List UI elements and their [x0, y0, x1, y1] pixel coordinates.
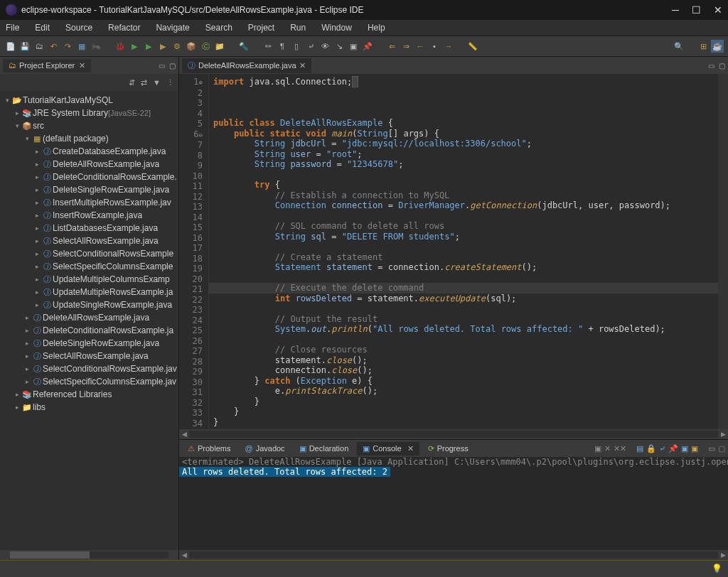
next-ann-icon[interactable]: ⇒ — [400, 40, 412, 53]
term-icon[interactable]: ▣ — [347, 40, 360, 53]
ruler-icon[interactable]: 📏 — [466, 40, 479, 53]
menu-project[interactable]: Project — [248, 23, 274, 33]
new-icon[interactable]: 📄 — [4, 40, 17, 53]
pin-icon[interactable]: 📌 — [668, 444, 678, 453]
menu-window[interactable]: Window — [321, 23, 352, 33]
collapse-all-icon[interactable]: ⇵ — [129, 78, 135, 87]
min-icon[interactable]: ▭ — [708, 444, 715, 453]
close-icon[interactable]: ✕ — [299, 61, 306, 70]
persp-java-icon[interactable]: ☕ — [711, 40, 724, 53]
menu-source[interactable]: Source — [65, 23, 92, 33]
close-button[interactable]: ✕ — [714, 4, 722, 16]
console-output[interactable]: <terminated> DeleteAllRowsExample [Java … — [179, 457, 728, 550]
extern-tools-icon[interactable]: ⚙ — [171, 40, 183, 53]
remove-icon[interactable]: ✕ — [604, 444, 611, 453]
tree-item[interactable]: ▸ⒿUpdateMultipleRowsExample.ja — [3, 286, 178, 298]
step-icon[interactable]: ↘ — [333, 40, 346, 53]
redo-icon[interactable]: ↷ — [61, 40, 74, 53]
tree-item[interactable]: ▸ⒿDeleteSingleRowExample.java — [3, 337, 178, 350]
pin-icon[interactable]: 📌 — [361, 40, 374, 53]
editor-hscroll[interactable]: ◀ ▶ — [179, 429, 728, 439]
tree-item[interactable]: ▸ⒿDeleteSingleRowExample.java — [3, 183, 178, 196]
overview-ruler[interactable] — [718, 74, 728, 429]
tree-item[interactable]: ▾📦src — [3, 119, 178, 132]
block-icon[interactable]: ▯ — [290, 40, 303, 53]
toggle-icon[interactable]: ▦ — [75, 40, 88, 53]
coverage-icon[interactable]: ▶ — [142, 40, 155, 53]
run-icon[interactable]: ▶ — [128, 40, 141, 53]
tree-item[interactable]: ▸ⒿInsertRowExample.java — [3, 209, 178, 222]
save-icon[interactable]: 💾 — [18, 40, 31, 53]
menu-run[interactable]: Run — [290, 23, 306, 33]
code-area[interactable]: import java.sql.Connection; public class… — [209, 74, 718, 429]
tree-item[interactable]: ▸ⒿUpdateSingleRowExample.java — [3, 298, 178, 311]
editor-body[interactable]: 1⊕23456⊖78910111213141516171819202122232… — [179, 74, 728, 429]
scroll-right-icon[interactable]: ▶ — [718, 431, 728, 438]
view-menu-icon[interactable]: ⋮ — [166, 78, 174, 87]
explorer-hscroll[interactable] — [0, 550, 178, 560]
wrap-icon[interactable]: ⤶ — [304, 40, 317, 53]
max-icon[interactable]: ▢ — [718, 444, 725, 453]
tree-item[interactable]: ▸ⒿSelectConditionalRowsExample.jav — [3, 362, 178, 375]
new-class-icon[interactable]: Ⓒ — [199, 40, 212, 53]
minimize-panel-icon[interactable]: ▭ — [159, 62, 165, 70]
scroll-right-icon[interactable]: ▶ — [718, 551, 728, 559]
menu-refactor[interactable]: Refactor — [108, 23, 140, 33]
tree-item[interactable]: ▸📚Referenced Libraries — [3, 388, 178, 401]
open-type-icon[interactable]: 📁 — [213, 40, 226, 53]
hide-icon[interactable]: 👁 — [318, 40, 331, 53]
tree-item[interactable]: ▸ⒿListDatabasesExample.java — [3, 222, 178, 234]
undo-icon[interactable]: ↶ — [47, 40, 60, 53]
project-explorer-tab[interactable]: 🗂 Project Explorer ✕ — [3, 59, 91, 72]
menu-help[interactable]: Help — [368, 23, 385, 33]
menu-search[interactable]: Search — [205, 23, 232, 33]
tree-item[interactable]: ▸ⒿSelectAllRowsExample.java — [3, 350, 178, 362]
tree-item[interactable]: ▸ⒿDeleteConditionalRowsExample.ja — [3, 324, 178, 337]
editor-tab-active[interactable]: Ⓙ DeleteAllRowsExample.java ✕ — [182, 58, 311, 73]
runlast-icon[interactable]: ▶ — [156, 40, 169, 53]
tab-console[interactable]: ▣Console✕ — [357, 442, 419, 455]
scroll-left-icon[interactable]: ◀ — [179, 551, 189, 559]
clear-icon[interactable]: ▤ — [636, 444, 643, 453]
maximize-button[interactable]: ☐ — [692, 4, 701, 16]
minimize-button[interactable]: ─ — [672, 4, 679, 16]
scroll-left-icon[interactable]: ◀ — [179, 431, 189, 438]
wrap-icon[interactable]: ⤶ — [659, 444, 665, 453]
tree-item[interactable]: ▸ⒿSelectSpecificColumnsExample — [3, 260, 178, 273]
tab-problems[interactable]: ⚠Problems — [182, 442, 236, 455]
tree-item[interactable]: ▾📂TutorialKartJavaMySQL — [3, 94, 178, 107]
tab-declaration[interactable]: ▣Declaration — [294, 442, 355, 455]
scroll-lock-icon[interactable]: 🔒 — [646, 444, 656, 453]
maximize-panel-icon[interactable]: ▢ — [169, 62, 176, 70]
tree-item[interactable]: ▸ⒿDeleteAllRowsExample.java — [3, 311, 178, 324]
mark-icon[interactable]: ✏ — [262, 40, 274, 53]
removeall-icon[interactable]: ✕✕ — [614, 444, 626, 453]
prev-ann-icon[interactable]: ⇐ — [385, 40, 398, 53]
menu-edit[interactable]: Edit — [35, 23, 50, 33]
fwd-icon[interactable]: → — [442, 40, 455, 53]
display-icon[interactable]: ▣ — [681, 444, 688, 453]
terminate-icon[interactable]: ▣ — [594, 444, 601, 453]
whitespace-icon[interactable]: ¶ — [276, 40, 289, 53]
tree-item[interactable]: ▸ⒿSelectSpecificColumnsExample.jav — [3, 375, 178, 388]
qsearch-icon[interactable]: 🔍 — [673, 40, 685, 53]
tree-item[interactable]: ▸📁libs — [3, 401, 178, 414]
tree-item[interactable]: ▸ⒿSelectConditionalRowsExample — [3, 247, 178, 260]
link-editor-icon[interactable]: ⇄ — [141, 78, 147, 87]
filter-icon[interactable]: ▼ — [153, 78, 161, 87]
tree-item[interactable]: ▸ⒿUpdateMultipleColumnsExamp — [3, 273, 178, 286]
open-console-icon[interactable]: ▣ — [691, 444, 698, 453]
back-icon[interactable]: ← — [414, 40, 427, 53]
menu-file[interactable]: File — [6, 23, 19, 33]
tree-item[interactable]: ▸ⒿSelectAllRowsExample.java — [3, 234, 178, 247]
saveall-icon[interactable]: 🗂 — [33, 40, 46, 53]
tab-javadoc[interactable]: @Javadoc — [239, 442, 290, 455]
tree-item[interactable]: ▸📚JRE System Library [JavaSE-22] — [3, 107, 178, 119]
menu-navigate[interactable]: Navigate — [156, 23, 189, 33]
persp-open-icon[interactable]: ⊞ — [697, 40, 710, 53]
tree-item[interactable]: ▸ⒿDeleteAllRowsExample.java — [3, 158, 178, 171]
search-icon[interactable]: 🔦 — [237, 40, 250, 53]
new-pkg-icon[interactable]: 📦 — [185, 40, 198, 53]
tab-progress[interactable]: ⟳Progress — [422, 442, 474, 455]
console-hscroll[interactable]: ◀ ▶ — [179, 550, 728, 560]
